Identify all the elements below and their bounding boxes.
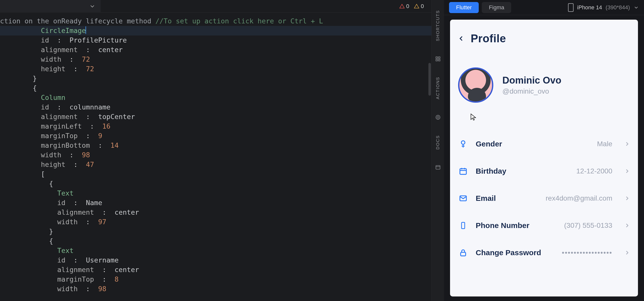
birthday-label: Birthday [476,167,506,175]
code-brace: [ [41,170,45,178]
phone-icon [568,3,574,12]
chevron-right-icon [624,141,630,147]
docs-icon[interactable] [435,165,441,170]
chevron-right-icon [624,222,630,229]
preview-header: Flutter Figma iPhone 14 (390*844) [444,0,644,15]
preview-pane: Flutter Figma iPhone 14 (390*844) Profil… [444,0,644,301]
code-prop: marginTop [41,132,78,140]
code-editor[interactable]: ction on the onReady lifecycle method //… [0,13,431,301]
phone-value: (307) 555-0133 [564,221,612,230]
tab-bar[interactable] [0,0,101,13]
code-prop: alignment [57,208,94,216]
svg-point-8 [461,141,465,144]
code-comment: //To set up action click here or Ctrl + … [155,17,323,25]
svg-rect-1 [438,57,440,58]
device-selector[interactable]: iPhone 14 (390*844) [568,3,639,12]
birthday-value: 12-12-2000 [576,167,612,175]
text-cursor [86,26,86,34]
code-val: Username [86,256,118,264]
tab-figma-label: Figma [489,4,504,11]
mail-icon [459,194,467,203]
code-val: topCenter [98,113,135,121]
scrollbar-thumb[interactable] [428,63,431,96]
code-prop: marginBottom [41,141,90,149]
chevron-down-icon [633,5,639,10]
svg-point-4 [436,115,440,120]
rail-docs[interactable]: DOCS [435,135,440,149]
code-num: 98 [98,285,106,293]
row-password[interactable]: Change Password ••••••••••••••••• [457,239,631,266]
code-brace: { [49,237,53,245]
gender-icon [459,140,467,148]
code-num: 16 [102,122,110,130]
code-prop: width [41,55,61,63]
profile-user-block: Dominic Ovo @dominic_ovo [457,67,631,103]
error-count[interactable]: 0 [399,3,409,10]
code-prop: marginLeft [41,122,82,130]
code-val: Name [86,199,102,207]
lock-icon [459,248,467,257]
code-num: 47 [86,161,94,168]
password-value: ••••••••••••••••• [562,249,612,257]
code-type: Text [57,247,74,254]
svg-rect-6 [436,166,440,169]
rail-shortcuts[interactable]: SHORTCUTS [435,10,440,41]
code-prop: height [41,65,66,73]
chevron-down-icon[interactable] [89,3,96,10]
code-val: columnname [69,103,110,111]
code-num: 98 [82,151,90,159]
code-num: 9 [98,132,102,140]
tab-figma[interactable]: Figma [482,2,511,13]
grid-icon[interactable] [435,56,441,62]
target-icon[interactable] [435,115,441,120]
row-email[interactable]: Email rex4dom@gmail.com [457,185,631,212]
avatar[interactable] [458,67,493,103]
password-label: Change Password [476,248,541,257]
calendar-icon [459,167,467,175]
code-val: center [114,208,139,216]
gender-label: Gender [476,140,502,148]
code-num: 97 [98,218,106,226]
user-name: Dominic Ovo [502,75,561,86]
page-title: Profile [471,32,506,45]
phone-screen: Profile Dominic Ovo @dominic_ovo Gender … [450,20,638,296]
tab-flutter-label: Flutter [456,4,472,11]
row-phone[interactable]: Phone Number (307) 555-0133 [457,212,631,239]
tab-flutter[interactable]: Flutter [449,2,479,13]
device-name: iPhone 14 [577,4,602,11]
code-val: ProfilePicture [69,36,127,44]
code-num: 72 [86,65,94,73]
chevron-right-icon [624,249,630,256]
code-num: 72 [82,55,90,63]
code-prop: alignment [41,46,78,54]
chevron-right-icon [624,168,630,174]
phone-stage: Profile Dominic Ovo @dominic_ovo Gender … [444,15,644,301]
chevron-right-icon [624,195,630,202]
phone-label: Phone Number [476,221,529,230]
code-val: center [114,266,139,274]
svg-rect-2 [436,59,437,61]
phone-icon [459,221,467,230]
warning-count[interactable]: 0 [414,3,424,10]
code-prop: marginTop [57,275,94,283]
svg-rect-11 [460,169,466,174]
code-prop: width [57,218,78,226]
email-label: Email [476,194,496,203]
code-brace: { [33,84,37,92]
code-val: center [98,46,123,54]
row-gender[interactable]: Gender Male [457,130,631,158]
code-prop: id [57,199,66,207]
rail-actions[interactable]: ACTIONS [435,77,440,99]
code-brace: } [33,74,37,82]
svg-rect-3 [438,59,440,61]
row-birthday[interactable]: Birthday 12-12-2000 [457,158,631,185]
code-num: 8 [114,275,118,283]
error-count-value: 0 [406,3,409,10]
code-prop: width [41,151,61,159]
code-type: Column [41,94,66,101]
code-prop: id [57,256,66,264]
back-icon[interactable] [457,34,465,43]
editor-pane: 0 0 ction on the onReady lifecycle metho… [0,0,431,301]
warning-count-value: 0 [421,3,424,10]
code-type: Text [57,189,74,197]
